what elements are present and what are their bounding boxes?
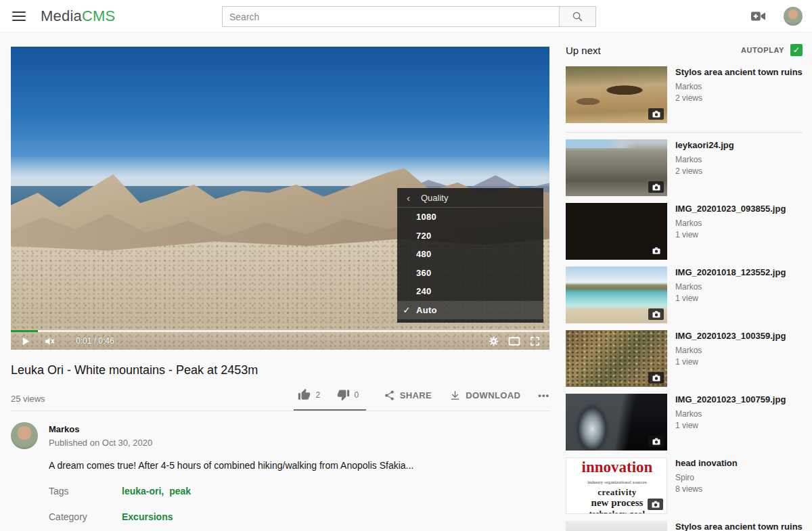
- upload-media-icon[interactable]: [751, 11, 766, 22]
- related-views: 2 views: [675, 166, 734, 176]
- related-media-item[interactable]: IMG_20201023_100759.jpg Markos 1 view: [566, 394, 803, 451]
- related-title: IMG_20201023_100759.jpg: [675, 394, 786, 405]
- camera-badge-icon: [648, 108, 664, 120]
- tags-label: Tags: [49, 486, 122, 497]
- dislike-button[interactable]: 0: [337, 388, 359, 401]
- chevron-left-icon: ‹: [407, 192, 410, 204]
- dislike-count: 0: [355, 390, 359, 400]
- related-title: head inovation: [675, 458, 738, 469]
- camera-badge-icon: [648, 181, 664, 193]
- related-title: Stylos area ancient town ruins: [675, 67, 803, 78]
- quality-menu: ‹ Quality 1080 720 480 360 240 ✓ Auto: [397, 188, 543, 323]
- like-button[interactable]: 2: [298, 388, 320, 401]
- menu-icon[interactable]: [12, 11, 26, 21]
- share-icon: [384, 390, 395, 401]
- related-views: 1 view: [675, 230, 786, 239]
- related-media-item[interactable]: IMG_20201018_123552.jpg Markos 1 view: [566, 267, 803, 323]
- related-author: Spiro: [675, 473, 738, 482]
- fullscreen-icon[interactable]: [530, 336, 540, 346]
- quality-option-720[interactable]: 720: [397, 227, 543, 246]
- top-navbar: MediaCMS: [0, 0, 812, 32]
- related-media-item[interactable]: Stylos area ancient town ruins: [566, 521, 803, 531]
- view-count: 25 views: [11, 394, 45, 411]
- related-title: IMG_20201023_100359.jpg: [675, 331, 786, 342]
- camera-badge-icon: [648, 245, 664, 256]
- quality-menu-back[interactable]: ‹ Quality: [397, 188, 543, 208]
- related-author: Markos: [675, 346, 786, 355]
- quality-option-1080[interactable]: 1080: [397, 208, 543, 227]
- related-media-item[interactable]: IMG_20201023_100359.jpg Markos 1 view: [566, 330, 803, 387]
- play-button[interactable]: [20, 336, 30, 346]
- autoplay-checkbox[interactable]: ✓: [790, 44, 803, 56]
- media-title: Leuka Ori - White mountains - Peak at 24…: [11, 363, 549, 377]
- author-name[interactable]: Markos: [49, 424, 152, 434]
- related-thumbnail: [566, 521, 667, 531]
- camera-badge-icon: [648, 436, 664, 447]
- related-thumbnail: [566, 267, 667, 323]
- related-thumbnail: [566, 330, 667, 387]
- related-media-item[interactable]: innovation industry organizational sourc…: [566, 457, 803, 514]
- more-options-button[interactable]: •••: [538, 390, 549, 409]
- publish-date: Published on Oct 30, 2020: [49, 438, 152, 448]
- like-count: 2: [315, 390, 320, 400]
- autoplay-label: AUTOPLAY: [741, 46, 784, 54]
- related-author: Markos: [675, 218, 786, 228]
- camera-badge-icon: [648, 499, 663, 510]
- camera-badge-icon: [648, 372, 664, 384]
- app-logo[interactable]: MediaCMS: [41, 7, 115, 25]
- category-link[interactable]: Excursions: [122, 511, 173, 522]
- more-icon: •••: [538, 390, 549, 400]
- video-player[interactable]: 0:01 / 0:46 ‹ Quality 1080 7: [11, 47, 549, 350]
- author-avatar[interactable]: [11, 422, 38, 449]
- tag-link-leuka-ori[interactable]: leuka-ori,: [122, 486, 164, 497]
- related-title: IMG_20201023_093855.jpg: [675, 204, 786, 214]
- related-media-item[interactable]: leykaori24.jpg Markos 2 views: [566, 139, 803, 196]
- quality-menu-title: Quality: [421, 193, 448, 203]
- section-divider: [11, 411, 549, 411]
- related-thumbnail: [566, 66, 667, 123]
- download-icon: [449, 390, 461, 401]
- up-next-title: Up next: [566, 45, 601, 56]
- sidebar-divider: [566, 132, 803, 133]
- player-controls: 0:01 / 0:46: [11, 332, 549, 350]
- thumbs-up-icon: [298, 388, 311, 401]
- related-author: Markos: [675, 155, 734, 164]
- quality-option-240[interactable]: 240: [397, 282, 543, 301]
- tag-link-peak[interactable]: peak: [169, 486, 191, 497]
- download-button[interactable]: DOWNLOAD: [449, 390, 520, 409]
- related-views: 8 views: [675, 484, 738, 494]
- thumbs-down-icon: [337, 388, 350, 401]
- quality-option-auto[interactable]: ✓ Auto: [397, 301, 543, 320]
- search-icon: [572, 11, 583, 22]
- time-display: 0:01 / 0:46: [76, 336, 114, 346]
- media-description: A dream comes true! After 4-5 hours of c…: [49, 460, 549, 471]
- related-views: 1 view: [675, 294, 786, 303]
- share-label: SHARE: [400, 390, 432, 400]
- settings-gear-icon[interactable]: [489, 336, 499, 346]
- related-thumbnail: [566, 139, 667, 196]
- share-button[interactable]: SHARE: [384, 390, 432, 409]
- related-title: Stylos area ancient town ruins: [675, 522, 803, 531]
- related-views: 1 view: [675, 357, 786, 367]
- related-thumbnail: [566, 203, 667, 260]
- search-button[interactable]: [559, 6, 596, 27]
- related-views: 2 views: [675, 93, 803, 103]
- related-author: Markos: [675, 409, 786, 419]
- search-input[interactable]: [222, 6, 559, 27]
- rating-group: 2 0: [294, 388, 365, 411]
- theater-mode-icon[interactable]: [508, 336, 520, 346]
- logo-media-text: Media: [41, 7, 82, 24]
- related-views: 1 view: [675, 421, 786, 430]
- related-title: leykaori24.jpg: [675, 140, 734, 151]
- volume-muted-icon[interactable]: [44, 336, 55, 347]
- related-media-item[interactable]: IMG_20201023_093855.jpg Markos 1 view: [566, 203, 803, 260]
- category-label: Category: [49, 511, 122, 522]
- user-avatar[interactable]: [784, 7, 803, 26]
- related-thumbnail: innovation industry organizational sourc…: [566, 457, 667, 514]
- related-media-item[interactable]: Stylos area ancient town ruins Markos 2 …: [566, 66, 803, 123]
- quality-option-360[interactable]: 360: [397, 264, 543, 283]
- related-title: IMG_20201018_123552.jpg: [675, 267, 786, 278]
- related-author: Markos: [675, 282, 786, 292]
- quality-option-480[interactable]: 480: [397, 245, 543, 264]
- quality-selected-label: Auto: [416, 305, 437, 315]
